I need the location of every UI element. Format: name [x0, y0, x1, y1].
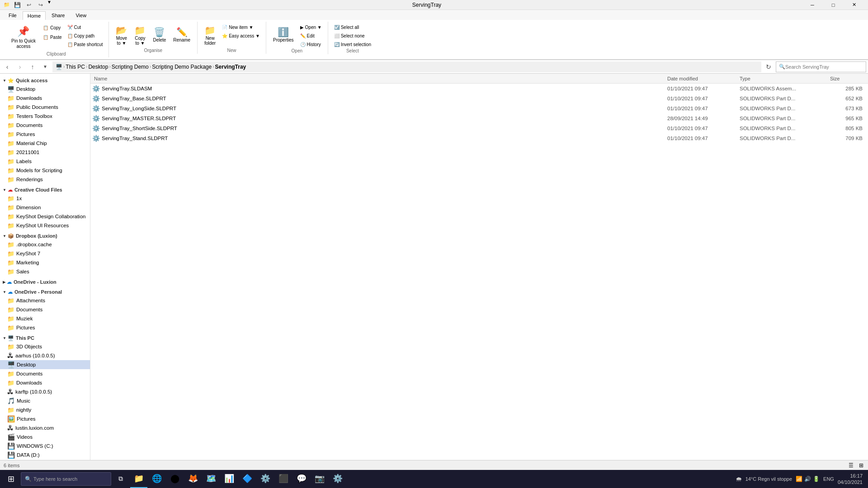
delete-btn[interactable]: 🗑️ Delete: [150, 23, 169, 46]
onedrive-luxion-header[interactable]: ▶ ☁ OneDrive - Luxion: [0, 277, 90, 286]
taskbar-clock[interactable]: 16:17 04/10/2021: [838, 473, 863, 486]
tab-view[interactable]: View: [71, 11, 91, 20]
nav-item-videos[interactable]: 🎬 Videos: [0, 432, 90, 441]
nav-item-20211001[interactable]: 📁 20211001: [0, 148, 90, 157]
select-none-btn[interactable]: ⬜ Select none: [332, 32, 373, 40]
taskbar-app-terminal[interactable]: ⬛: [275, 470, 292, 488]
maximize-btn[interactable]: □: [823, 0, 844, 10]
tab-share[interactable]: Share: [47, 11, 70, 20]
nav-item-downloads-qa[interactable]: 📁 Downloads: [0, 94, 90, 103]
recent-locations-btn[interactable]: ▼: [40, 61, 51, 72]
dropdown-arrow[interactable]: ▼: [47, 0, 52, 10]
table-row[interactable]: ⚙️ ServingTray.SLDASM 01/10/2021 09:47 S…: [90, 84, 868, 94]
nav-item-renderings[interactable]: 📁 Renderings: [0, 175, 90, 184]
nav-item-pictures-pc[interactable]: 🖼️ Pictures: [0, 414, 90, 423]
close-btn[interactable]: ✕: [844, 0, 864, 10]
nav-item-desktop-pc[interactable]: 🖥️ Desktop: [0, 360, 90, 369]
taskbar-app-file-explorer[interactable]: 📁: [130, 470, 147, 488]
nav-item-models-scripting[interactable]: 📁 Models for Scripting: [0, 166, 90, 175]
table-row[interactable]: ⚙️ ServingTray_LongSide.SLDPRT 01/10/202…: [90, 103, 868, 113]
nav-item-aarhus[interactable]: 🖧 aarhus (10.0.0.5): [0, 351, 90, 360]
nav-item-desktop-qa[interactable]: 🖥️ Desktop: [0, 84, 90, 94]
col-header-date[interactable]: Date modified: [667, 76, 740, 81]
tab-home[interactable]: Home: [23, 11, 46, 20]
nav-item-music[interactable]: 🎵 Music: [0, 396, 90, 405]
nav-item-1x[interactable]: 📁 1x: [0, 194, 90, 203]
copy-path-btn[interactable]: 📋 Copy path: [65, 32, 105, 40]
table-row[interactable]: ⚙️ ServingTray_ShortSide.SLDPRT 01/10/20…: [90, 123, 868, 133]
nav-item-data-d[interactable]: 💾 DATA (D:): [0, 450, 90, 460]
new-folder-btn[interactable]: 📁 Newfolder: [201, 23, 219, 48]
breadcrumb-part-4[interactable]: Scripting Demo Package: [152, 64, 212, 70]
quick-access-header[interactable]: ▼ ⭐ Quick access: [0, 75, 90, 84]
onedrive-personal-header[interactable]: ▼ ☁ OneDrive - Personal: [0, 287, 90, 296]
taskbar-app-office[interactable]: 📊: [221, 470, 238, 488]
forward-btn[interactable]: ›: [14, 61, 25, 72]
paste-shortcut-btn[interactable]: 📋 Paste shortcut: [65, 41, 105, 48]
taskbar-app-firefox[interactable]: 🦊: [184, 470, 202, 488]
table-row[interactable]: ⚙️ ServingTray_Base.SLDPRT 01/10/2021 09…: [90, 94, 868, 103]
col-header-name[interactable]: Name: [92, 76, 667, 81]
breadcrumb-part-1[interactable]: This PC: [66, 64, 85, 70]
nav-item-sales[interactable]: 📁 Sales: [0, 267, 90, 276]
taskbar-app-camera[interactable]: 📷: [311, 470, 328, 488]
taskbar-app-solidworks[interactable]: ⚙️: [257, 470, 274, 488]
undo-btn[interactable]: ↩: [24, 0, 34, 10]
nav-item-pictures-qa[interactable]: 📁 Pictures: [0, 130, 90, 139]
nav-item-documents-pc[interactable]: 📁 Documents: [0, 369, 90, 378]
history-btn[interactable]: 🕐 History: [298, 41, 324, 48]
nav-item-nightly[interactable]: 📁 nightly: [0, 405, 90, 414]
nav-item-attachments[interactable]: 📁 Attachments: [0, 296, 90, 305]
large-icons-view-btn[interactable]: ⊞: [858, 462, 864, 469]
nav-item-windows-c[interactable]: 💾 WINDOWS (C:): [0, 441, 90, 450]
up-btn[interactable]: ↑: [27, 61, 38, 72]
nav-item-keyshot-collab[interactable]: 📁 KeyShot Design Collaboration: [0, 212, 90, 221]
tab-file[interactable]: File: [4, 11, 22, 20]
properties-btn[interactable]: ℹ️ Properties: [270, 23, 297, 46]
taskbar-app-maps[interactable]: 🗺️: [203, 470, 220, 488]
taskbar-app-slack[interactable]: 💬: [293, 470, 310, 488]
breadcrumb[interactable]: 🖥️ › This PC › Desktop › Scripting Demo …: [52, 61, 761, 72]
open-btn[interactable]: ▶ Open ▼: [298, 23, 324, 31]
nav-item-dimension[interactable]: 📁 Dimension: [0, 203, 90, 212]
select-all-btn[interactable]: ☑️ Select all: [332, 23, 373, 31]
breadcrumb-part-5[interactable]: ServingTray: [215, 64, 246, 70]
easy-access-btn[interactable]: ⭐ Easy access ▼: [220, 32, 262, 40]
col-header-type[interactable]: Type: [740, 76, 830, 81]
minimize-btn[interactable]: ─: [802, 0, 823, 10]
rename-btn[interactable]: ✏️ Rename: [170, 23, 193, 46]
nav-item-3d-objects[interactable]: 📁 3D Objects: [0, 342, 90, 351]
start-button[interactable]: ⊞: [2, 470, 20, 488]
copy-to-btn[interactable]: 📁 Copyto ▼: [131, 23, 149, 48]
taskbar-app-chrome[interactable]: ⬤: [166, 470, 184, 488]
details-view-btn[interactable]: ☰: [848, 462, 854, 469]
refresh-btn[interactable]: ↻: [763, 61, 774, 72]
taskbar-task-view[interactable]: ⧉: [112, 470, 129, 488]
taskbar-search[interactable]: 🔍 Type here to search: [21, 472, 111, 486]
redo-btn[interactable]: ↪: [35, 0, 46, 10]
nav-item-public-docs[interactable]: 📁 Public Documents: [0, 103, 90, 112]
this-pc-header[interactable]: ▼ 🖥️ This PC: [0, 333, 90, 342]
edit-btn[interactable]: ✏️ Edit: [298, 32, 324, 40]
nav-item-documents-qa[interactable]: 📁 Documents: [0, 121, 90, 130]
nav-item-marketing[interactable]: 📁 Marketing: [0, 258, 90, 267]
nav-item-keyshot7[interactable]: 📁 KeyShot 7: [0, 249, 90, 258]
nav-item-muziek[interactable]: 📁 Muziek: [0, 314, 90, 323]
paste-btn[interactable]: 📋 Paste: [41, 33, 64, 42]
nav-item-documents-od[interactable]: 📁 Documents: [0, 305, 90, 314]
breadcrumb-part-2[interactable]: Desktop: [88, 64, 108, 70]
nav-item-dropbox-cache[interactable]: 📁 .dropbox.cache: [0, 240, 90, 249]
new-item-btn[interactable]: 📄 New item ▼: [220, 23, 262, 31]
copy-btn[interactable]: 📋 Copy: [41, 23, 64, 32]
nav-item-pictures-od[interactable]: 📁 Pictures: [0, 323, 90, 332]
back-btn[interactable]: ‹: [2, 61, 13, 72]
nav-item-downloads-pc[interactable]: 📁 Downloads: [0, 378, 90, 387]
nav-item-karftp[interactable]: 🖧 karftp (10.0.0.5): [0, 387, 90, 396]
taskbar-app-keyshot[interactable]: 🔷: [239, 470, 256, 488]
cut-btn[interactable]: ✂️ Cut: [65, 23, 105, 31]
dropbox-header[interactable]: ▼ 📦 Dropbox (Luxion): [0, 231, 90, 240]
creative-cloud-header[interactable]: ▼ ☁ Creative Cloud Files: [0, 185, 90, 194]
taskbar-app-edge[interactable]: 🌐: [148, 470, 165, 488]
nav-item-material-chip[interactable]: 📁 Material Chip: [0, 139, 90, 148]
invert-selection-btn[interactable]: 🔄 Invert selection: [332, 41, 373, 48]
